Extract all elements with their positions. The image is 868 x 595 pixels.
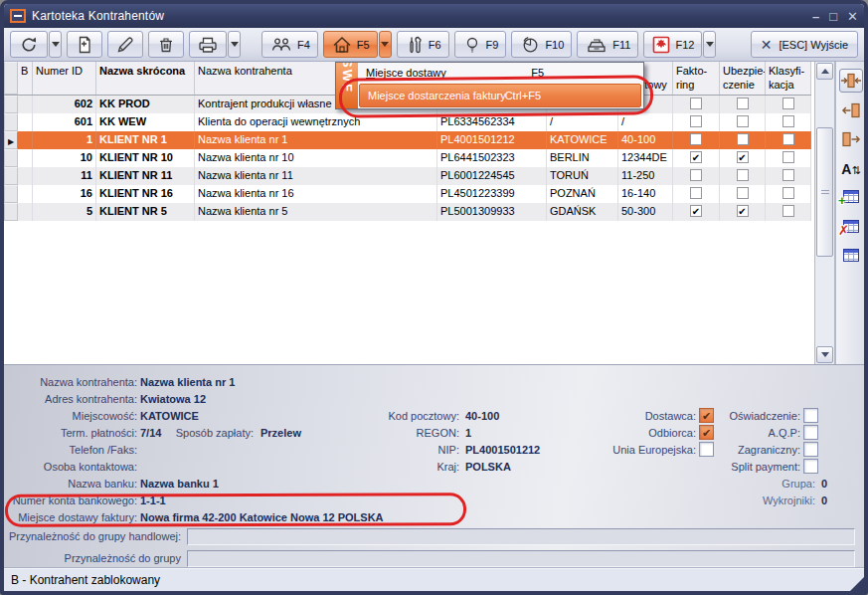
menu-item-miejsce-dostawy[interactable]: Miejsce dostawy F5 <box>358 63 643 83</box>
klasyfikacja-checkbox[interactable] <box>782 115 794 127</box>
table-row[interactable]: ▶1KLIENT NR 1Nazwa klienta nr 1PL4001501… <box>4 131 811 149</box>
polish-eagle-dropdown-button[interactable] <box>703 31 716 58</box>
cell-nip: PL6334562334 <box>437 113 547 131</box>
polish-eagle-button[interactable]: F12 <box>643 31 702 58</box>
close-icon[interactable]: ✕ <box>847 10 858 23</box>
checkbox-cell <box>673 113 720 131</box>
column-header[interactable]: Numer ID <box>33 62 96 95</box>
group-field-input[interactable] <box>187 528 855 545</box>
checkbox-cell <box>720 96 766 113</box>
column-header[interactable]: Klasyfi-kacja <box>766 62 811 95</box>
cash-register-button[interactable]: F11 <box>577 31 638 58</box>
scroll-down-button[interactable] <box>816 346 833 363</box>
cash-register-icon <box>585 35 608 55</box>
faktoring-checkbox[interactable]: ✔ <box>690 151 702 163</box>
edit-pencil-button[interactable] <box>107 31 143 58</box>
exit-button[interactable]: ✕ [ESC] Wyjście <box>751 31 858 58</box>
ubezpieczenie-checkbox[interactable] <box>737 133 749 145</box>
row-marker[interactable]: ▶ <box>4 131 18 149</box>
aqp-checkbox[interactable] <box>803 425 818 440</box>
row-marker[interactable] <box>4 185 18 203</box>
ubezpieczenie-checkbox[interactable] <box>737 115 749 127</box>
collapse-left-button[interactable] <box>839 99 863 122</box>
refresh-dropdown-button[interactable] <box>49 31 62 58</box>
side-toolbar: A⇅+✗ <box>835 62 864 364</box>
oświadczenie-checkbox[interactable] <box>803 408 818 423</box>
checkbox-cell: ✔ <box>720 203 766 221</box>
home-button[interactable]: F5 <box>323 31 378 58</box>
table-row[interactable]: 5KLIENT NR 5Nazwa klienta nr 5PL50013099… <box>4 203 811 221</box>
pie-chart-button[interactable]: F10 <box>511 31 572 58</box>
faktoring-checkbox[interactable] <box>690 133 702 145</box>
klasyfikacja-checkbox[interactable] <box>782 187 794 199</box>
people-icon <box>269 35 293 55</box>
print-dropdown-button[interactable] <box>228 31 241 58</box>
bulb-icon <box>462 35 482 55</box>
column-header[interactable]: Nazwa skrócona <box>96 62 195 95</box>
tools-button[interactable]: F6 <box>397 31 449 58</box>
group-field-input[interactable] <box>187 550 855 567</box>
klasyfikacja-checkbox[interactable] <box>782 133 794 145</box>
column-header[interactable]: B <box>18 62 33 95</box>
row-marker[interactable] <box>4 113 18 131</box>
klasyfikacja-checkbox[interactable] <box>782 205 794 217</box>
column-header[interactable]: Ubezpie-czenie <box>720 62 766 95</box>
scrollbar-thumb[interactable] <box>816 127 833 257</box>
menu-item-miejsce-dostarczenia-faktury[interactable]: Miejsce dostarczenia faktury Ctrl+F5 <box>359 84 641 107</box>
minimize-icon[interactable]: – <box>812 10 819 23</box>
maximize-icon[interactable]: □ <box>829 10 837 23</box>
people-button[interactable]: F4 <box>261 31 318 58</box>
column-header[interactable] <box>4 62 18 95</box>
column-header[interactable]: Fakto-ring <box>673 62 720 95</box>
row-marker[interactable] <box>4 203 18 221</box>
table-row[interactable]: 10KLIENT NR 10Nazwa klienta nr 10PL64415… <box>4 149 811 167</box>
grid-delete-button[interactable]: ✗ <box>839 216 863 240</box>
cell-zip: 50-300 <box>618 203 673 221</box>
refresh-button[interactable] <box>10 31 48 58</box>
exit-button-label: [ESC] Wyjście <box>779 39 848 51</box>
ubezpieczenie-checkbox[interactable] <box>737 169 749 181</box>
faktoring-checkbox[interactable] <box>690 115 702 127</box>
row-marker[interactable] <box>4 149 18 167</box>
fit-width-button[interactable] <box>839 69 863 93</box>
bulb-button[interactable]: F9 <box>454 31 507 58</box>
ubezpieczenie-checkbox[interactable] <box>737 187 749 199</box>
window-title: Kartoteka Kontrahentów <box>32 9 164 23</box>
grid-view-button[interactable] <box>839 245 863 269</box>
delete-trash-button[interactable] <box>148 31 184 58</box>
faktoring-checkbox[interactable] <box>690 187 702 199</box>
table-row[interactable]: 11KLIENT NR 11Nazwa klienta nr 11PL60012… <box>4 167 811 185</box>
cell-zip: 11-250 <box>618 167 673 185</box>
grid-add-button[interactable]: + <box>839 186 863 210</box>
row-marker[interactable] <box>4 96 18 113</box>
splitpayment-checkbox[interactable] <box>803 459 818 474</box>
faktoring-checkbox[interactable] <box>690 98 702 109</box>
new-document-button[interactable] <box>67 31 102 58</box>
print-button[interactable] <box>189 31 227 58</box>
ubezpieczenie-checkbox[interactable]: ✔ <box>737 205 749 217</box>
klasyfikacja-checkbox[interactable] <box>782 169 794 181</box>
scroll-up-icon <box>821 69 829 74</box>
title-bar: Kartoteka Kontrahentów – □ ✕ <box>4 4 864 28</box>
resize-grip-icon[interactable] <box>850 577 864 591</box>
faktoring-checkbox[interactable] <box>690 169 702 181</box>
faktoring-checkbox[interactable]: ✔ <box>690 205 702 217</box>
scroll-up-button[interactable] <box>816 63 833 80</box>
cell-b <box>18 149 33 167</box>
expand-right-button[interactable] <box>839 127 863 151</box>
table-row[interactable]: 601KK WEWKlienta do operacji wewnętrznyc… <box>4 113 811 131</box>
checkbox-cell <box>673 167 720 185</box>
ubezpieczenie-checkbox[interactable] <box>737 98 749 109</box>
klasyfikacja-checkbox[interactable] <box>782 98 794 109</box>
table-row[interactable]: 16KLIENT NR 16Nazwa klienta nr 16PL45012… <box>4 185 811 203</box>
ubezpieczenie-checkbox[interactable]: ✔ <box>737 151 749 163</box>
row-marker[interactable] <box>4 167 18 185</box>
chevron-down-icon <box>231 42 239 47</box>
cell-b <box>18 131 33 149</box>
home-dropdown-button[interactable] <box>379 31 392 58</box>
vertical-scrollbar[interactable] <box>814 62 834 364</box>
klasyfikacja-checkbox[interactable] <box>782 151 794 163</box>
chevron-down-icon <box>52 42 60 47</box>
sort-alpha-button[interactable]: A⇅ <box>839 157 863 181</box>
zagraniczny-checkbox[interactable] <box>803 442 818 457</box>
